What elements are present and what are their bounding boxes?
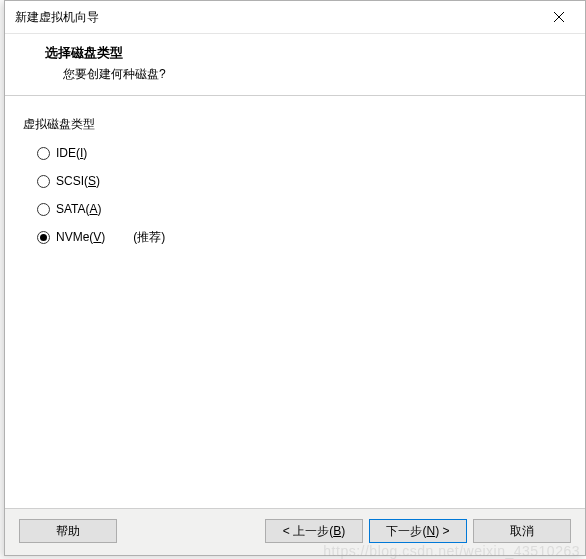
radio-label: SATA(A): [56, 202, 102, 216]
recommended-hint: (推荐): [133, 229, 165, 246]
disk-type-radio-group: IDE(I) SCSI(S) SATA(A) NVMe(V): [23, 139, 567, 251]
page-title: 选择磁盘类型: [23, 44, 567, 62]
window-title: 新建虚拟机向导: [15, 9, 537, 26]
help-button[interactable]: 帮助: [19, 519, 117, 543]
radio-icon: [37, 147, 50, 160]
radio-icon: [37, 203, 50, 216]
radio-label: SCSI(S): [56, 174, 100, 188]
radio-label: IDE(I): [56, 146, 87, 160]
close-button[interactable]: [537, 3, 581, 31]
wizard-header: 选择磁盘类型 您要创建何种磁盘?: [5, 33, 585, 96]
close-icon: [554, 12, 564, 22]
content-area: 虚拟磁盘类型 IDE(I) SCSI(S) SATA(A): [5, 96, 585, 261]
next-button[interactable]: 下一步(N) >: [369, 519, 467, 543]
wizard-dialog: 新建虚拟机向导 选择磁盘类型 您要创建何种磁盘? 虚拟磁盘类型 IDE(I) S…: [4, 0, 586, 556]
page-subtitle: 您要创建何种磁盘?: [23, 66, 567, 83]
titlebar: 新建虚拟机向导: [5, 1, 585, 33]
group-label: 虚拟磁盘类型: [23, 116, 567, 133]
cancel-button[interactable]: 取消: [473, 519, 571, 543]
back-button[interactable]: < 上一步(B): [265, 519, 363, 543]
wizard-footer: 帮助 < 上一步(B) 下一步(N) > 取消: [5, 508, 585, 555]
radio-option-scsi[interactable]: SCSI(S): [37, 167, 567, 195]
radio-label: NVMe(V): [56, 230, 105, 244]
radio-icon: [37, 175, 50, 188]
radio-icon: [37, 231, 50, 244]
radio-option-sata[interactable]: SATA(A): [37, 195, 567, 223]
radio-option-ide[interactable]: IDE(I): [37, 139, 567, 167]
radio-option-nvme[interactable]: NVMe(V) (推荐): [37, 223, 567, 251]
